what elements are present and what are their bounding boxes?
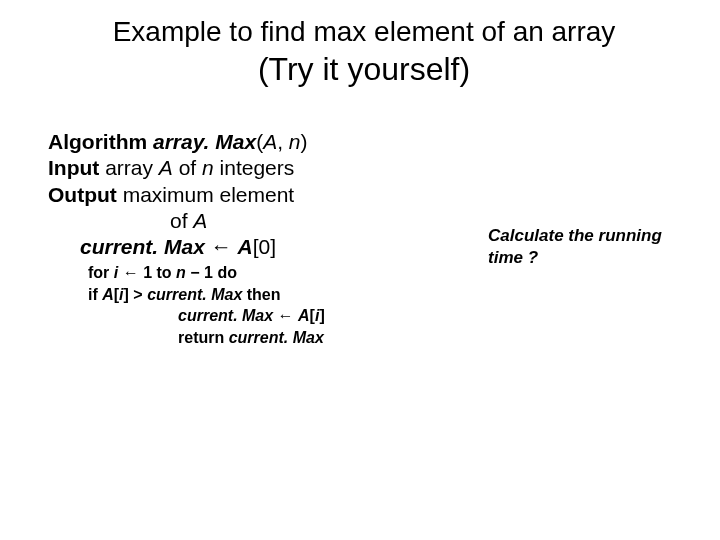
minus-icon: − [190, 264, 204, 281]
bracket-close: ] [319, 307, 324, 324]
algo-line-8: current. Max ← A[i] [48, 305, 428, 327]
literal-1b: 1 [204, 264, 217, 281]
side-note: Calculate the running time ? [428, 129, 680, 269]
keyword-input: Input [48, 156, 105, 179]
index: [0] [253, 235, 276, 258]
title-block: Example to find max element of an array … [48, 14, 680, 89]
note-line-2: time ? [488, 247, 680, 269]
keyword-to: to [156, 264, 176, 281]
var-A: A [102, 286, 114, 303]
var-A: A [193, 209, 207, 232]
text: maximum element [123, 183, 295, 206]
literal-1: 1 [143, 264, 156, 281]
var-A: A [298, 307, 310, 324]
var-n: n [176, 264, 190, 281]
gt-icon: > [133, 286, 147, 303]
var-A: A [159, 156, 173, 179]
content-row: Algorithm array. Max(A, n) Input array A… [48, 129, 680, 349]
arg-n: n [289, 130, 301, 153]
text: array [105, 156, 159, 179]
arrow-icon: ← [211, 235, 238, 258]
title-line-2: (Try it yourself) [48, 49, 680, 89]
algo-line-1: Algorithm array. Max(A, n) [48, 129, 428, 155]
text: of [170, 209, 193, 232]
var-currentmax: current. Max [147, 286, 247, 303]
var-i: i [114, 264, 123, 281]
keyword-algorithm: Algorithm [48, 130, 153, 153]
arrow-icon: ← [123, 264, 143, 281]
text: integers [214, 156, 295, 179]
keyword-output: Output [48, 183, 123, 206]
algo-line-3: Output maximum element [48, 182, 428, 208]
algo-line-2: Input array A of n integers [48, 155, 428, 181]
paren-close: ) [301, 130, 308, 153]
arg-A: A [263, 130, 277, 153]
algorithm-block: Algorithm array. Max(A, n) Input array A… [48, 129, 428, 349]
algo-line-5: current. Max ← A[0] [48, 234, 428, 260]
text: of [173, 156, 202, 179]
bracket-close: ] [124, 286, 134, 303]
keyword-if: if [88, 286, 102, 303]
arrow-icon: ← [278, 307, 298, 324]
var-n: n [202, 156, 214, 179]
title-line-1: Example to find max element of an array [48, 14, 680, 49]
algo-line-7: if A[i] > current. Max then [48, 284, 428, 306]
keyword-then: then [247, 286, 281, 303]
algo-line-6: for i ← 1 to n − 1 do [48, 262, 428, 284]
var-A: A [238, 235, 253, 258]
var-currentmax: current. Max [80, 235, 211, 258]
var-currentmax: current. Max [178, 307, 278, 324]
arg-sep: , [277, 130, 289, 153]
slide: Example to find max element of an array … [0, 0, 720, 540]
algo-line-4: of A [48, 208, 428, 234]
keyword-for: for [88, 264, 114, 281]
algo-name: array. Max [153, 130, 256, 153]
keyword-return: return [178, 329, 229, 346]
keyword-do: do [217, 264, 237, 281]
note-line-1: Calculate the running [488, 225, 680, 247]
var-currentmax: current. Max [229, 329, 324, 346]
algo-line-9: return current. Max [48, 327, 428, 349]
